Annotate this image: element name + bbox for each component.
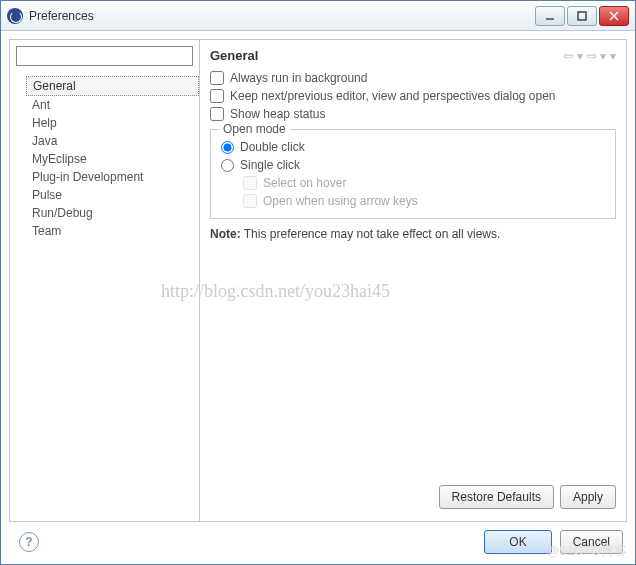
single-click-input[interactable] bbox=[221, 159, 234, 172]
heap-label: Show heap status bbox=[230, 107, 325, 121]
keep-next-label: Keep next/previous editor, view and pers… bbox=[230, 89, 556, 103]
heap-checkbox[interactable] bbox=[210, 107, 224, 121]
spacer bbox=[210, 241, 616, 475]
note-row: Note: This preference may not take effec… bbox=[210, 219, 616, 241]
forward-icon[interactable]: ⇨ ▾ bbox=[587, 49, 606, 63]
content-header: General ⇦ ▾ ⇨ ▾ ▾ bbox=[200, 40, 626, 69]
double-click-input[interactable] bbox=[221, 141, 234, 154]
titlebar[interactable]: Preferences bbox=[1, 1, 635, 31]
window-title: Preferences bbox=[29, 9, 535, 23]
back-icon[interactable]: ⇦ ▾ bbox=[563, 49, 582, 63]
restore-defaults-button[interactable]: Restore Defaults bbox=[439, 485, 554, 509]
double-click-radio[interactable]: Double click bbox=[221, 138, 605, 156]
nav-arrows: ⇦ ▾ ⇨ ▾ ▾ bbox=[563, 49, 616, 63]
tree-item-myeclipse[interactable]: MyEclipse bbox=[26, 150, 199, 168]
always-bg-check[interactable]: Always run in background bbox=[210, 69, 616, 87]
tree-item-general[interactable]: General bbox=[26, 76, 199, 96]
always-bg-checkbox[interactable] bbox=[210, 71, 224, 85]
close-button[interactable] bbox=[599, 6, 629, 26]
preferences-tree[interactable]: GeneralAntHelpJavaMyEclipsePlug-in Devel… bbox=[10, 72, 199, 521]
single-click-subchecks: Select on hover Open when using arrow ke… bbox=[221, 174, 605, 210]
minimize-button[interactable] bbox=[535, 6, 565, 26]
note-label: Note: bbox=[210, 227, 241, 241]
filter-wrap bbox=[10, 40, 199, 72]
select-hover-checkbox bbox=[243, 176, 257, 190]
double-click-label: Double click bbox=[240, 140, 305, 154]
keep-next-check[interactable]: Keep next/previous editor, view and pers… bbox=[210, 87, 616, 105]
single-click-label: Single click bbox=[240, 158, 300, 172]
content-body: Always run in background Keep next/previ… bbox=[200, 69, 626, 521]
tree-item-help[interactable]: Help bbox=[26, 114, 199, 132]
apply-button[interactable]: Apply bbox=[560, 485, 616, 509]
always-bg-label: Always run in background bbox=[230, 71, 367, 85]
open-arrow-check: Open when using arrow keys bbox=[243, 192, 605, 210]
open-arrow-checkbox bbox=[243, 194, 257, 208]
tree-item-pulse[interactable]: Pulse bbox=[26, 186, 199, 204]
sidebar: GeneralAntHelpJavaMyEclipsePlug-in Devel… bbox=[10, 40, 200, 521]
tree-item-java[interactable]: Java bbox=[26, 132, 199, 150]
menu-icon[interactable]: ▾ bbox=[610, 49, 616, 63]
content-panel: General ⇦ ▾ ⇨ ▾ ▾ Always run in backgrou… bbox=[200, 40, 626, 521]
note-text: This preference may not take effect on a… bbox=[241, 227, 501, 241]
svg-rect-1 bbox=[578, 12, 586, 20]
heap-check[interactable]: Show heap status bbox=[210, 105, 616, 123]
single-click-radio[interactable]: Single click bbox=[221, 156, 605, 174]
bottom-bar: ? OK Cancel bbox=[9, 522, 627, 556]
ok-button[interactable]: OK bbox=[484, 530, 551, 554]
body: GeneralAntHelpJavaMyEclipsePlug-in Devel… bbox=[1, 31, 635, 564]
content-buttons: Restore Defaults Apply bbox=[210, 475, 616, 511]
cancel-button[interactable]: Cancel bbox=[560, 530, 623, 554]
help-icon[interactable]: ? bbox=[19, 532, 39, 552]
filter-input[interactable] bbox=[16, 46, 193, 66]
main-panel: GeneralAntHelpJavaMyEclipsePlug-in Devel… bbox=[9, 39, 627, 522]
open-mode-label: Open mode bbox=[219, 122, 290, 136]
tree-item-team[interactable]: Team bbox=[26, 222, 199, 240]
tree-item-plug-in-development[interactable]: Plug-in Development bbox=[26, 168, 199, 186]
select-hover-label: Select on hover bbox=[263, 176, 346, 190]
app-icon bbox=[7, 8, 23, 24]
tree-item-ant[interactable]: Ant bbox=[26, 96, 199, 114]
open-arrow-label: Open when using arrow keys bbox=[263, 194, 418, 208]
window-controls bbox=[535, 6, 629, 26]
select-hover-check: Select on hover bbox=[243, 174, 605, 192]
page-title: General bbox=[210, 48, 563, 63]
tree-item-run-debug[interactable]: Run/Debug bbox=[26, 204, 199, 222]
maximize-button[interactable] bbox=[567, 6, 597, 26]
open-mode-group: Open mode Double click Single click bbox=[210, 129, 616, 219]
keep-next-checkbox[interactable] bbox=[210, 89, 224, 103]
preferences-window: Preferences GeneralAntHelpJavaMyEclipseP… bbox=[0, 0, 636, 565]
